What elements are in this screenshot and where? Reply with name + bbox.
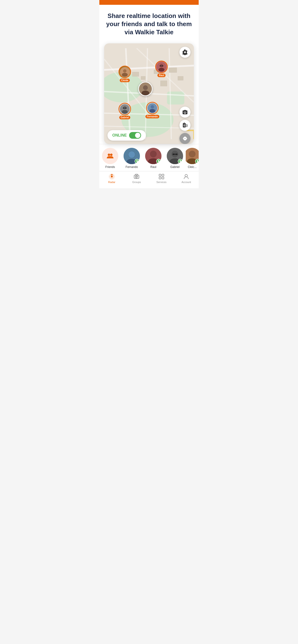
account-icon	[183, 173, 190, 180]
avatar-pin-raul[interactable]: Raul	[155, 60, 168, 77]
nav-label-account: Account	[181, 181, 191, 184]
pin-label-cleide: Cleide	[120, 78, 130, 82]
svg-rect-65	[159, 177, 161, 179]
svg-point-44	[128, 151, 135, 158]
svg-rect-35	[125, 108, 127, 108]
svg-point-56	[111, 176, 113, 178]
svg-point-67	[185, 174, 187, 177]
svg-point-29	[143, 85, 148, 90]
avatar-pin-fernando[interactable]: Fernando	[145, 102, 159, 118]
svg-point-46	[150, 151, 157, 158]
online-toggle[interactable]: ONLINE	[107, 130, 146, 141]
friend-item-fernando[interactable]: Fernando	[121, 148, 142, 169]
location-icon	[135, 160, 138, 163]
toggle-thumb	[135, 133, 140, 138]
status-bar	[99, 0, 199, 5]
nav-label-radar: Radar	[108, 181, 115, 184]
friend-name-raul: Raul	[151, 165, 157, 169]
svg-point-54	[189, 151, 196, 158]
avatar-fernando	[147, 103, 157, 113]
map-card: Cleide Raul	[104, 43, 194, 144]
svg-rect-18	[178, 76, 183, 80]
account-nav-icon	[183, 173, 190, 180]
nav-label-groups: Groups	[132, 181, 141, 184]
pin-label-raul: Raul	[158, 74, 166, 77]
friend-name-fernando: Fernando	[125, 165, 138, 169]
location-badge-gabriel	[178, 159, 183, 164]
svg-rect-16	[161, 81, 167, 86]
svg-point-24	[159, 68, 164, 72]
avatar-self	[139, 82, 152, 95]
friends-label: Friends	[105, 165, 115, 169]
svg-point-30	[141, 90, 149, 95]
svg-rect-25	[160, 66, 161, 66]
friends-strip: Friends Fernando	[99, 144, 199, 171]
nav-label-services: Services	[157, 181, 167, 184]
svg-rect-14	[141, 76, 145, 80]
avatar-raul	[157, 62, 166, 72]
nav-item-services[interactable]: Services	[152, 173, 171, 184]
friend-item-gabriel[interactable]: Gabriel	[164, 148, 186, 169]
groups-nav-icon	[133, 173, 140, 180]
friend-item-raul[interactable]: Raul	[142, 148, 164, 169]
svg-rect-3	[167, 92, 184, 104]
svg-point-37	[151, 105, 154, 108]
location-icon-3	[179, 160, 182, 163]
camera-icon	[182, 109, 188, 115]
svg-rect-34	[123, 108, 124, 108]
avatar-cleide	[120, 67, 129, 77]
svg-point-39	[108, 154, 110, 156]
friend-name-gabriel: Gabriel	[170, 165, 180, 169]
svg-rect-66	[162, 177, 164, 179]
friend-item-cleide[interactable]: Cleic...	[186, 148, 199, 169]
pin-label-fernando: Fernando	[145, 115, 159, 118]
hero-title: Share realtime location with your friend…	[104, 12, 194, 36]
nav-item-account[interactable]: Account	[177, 173, 196, 184]
svg-point-40	[110, 154, 112, 156]
walkie-talkie-icon	[182, 122, 188, 128]
pin-label-gabriel: Gabriel	[119, 116, 130, 119]
map-container: Cleide Raul	[99, 41, 199, 144]
gear-icon	[182, 49, 188, 55]
location-icon-4	[196, 160, 199, 163]
hero-section: Share realtime location with your friend…	[99, 5, 199, 41]
bottom-nav: Radar Groups Services	[99, 171, 199, 188]
radar-icon	[108, 173, 115, 180]
location-icon-2	[157, 160, 160, 163]
avatar-pin-gabriel[interactable]: Gabriel	[118, 103, 131, 119]
avatar-pin-self[interactable]	[138, 82, 153, 96]
svg-point-33	[122, 110, 128, 114]
nav-item-groups[interactable]: Groups	[127, 173, 146, 184]
svg-point-38	[150, 109, 155, 113]
avatar-pin-cleide[interactable]: Cleide	[118, 66, 131, 82]
location-badge-raul	[156, 159, 161, 164]
friends-group-item[interactable]: Friends	[99, 148, 121, 169]
location-badge-fernando	[135, 159, 139, 164]
svg-rect-52	[175, 154, 178, 155]
svg-point-20	[123, 69, 126, 72]
svg-rect-17	[169, 68, 177, 72]
crosshair-icon	[182, 136, 188, 141]
services-nav-icon	[158, 173, 165, 180]
services-icon	[158, 173, 165, 180]
svg-rect-63	[159, 174, 161, 176]
nav-item-radar[interactable]: Radar	[102, 173, 121, 184]
svg-rect-51	[173, 154, 175, 155]
svg-rect-64	[162, 174, 164, 176]
friends-group-icon	[106, 152, 114, 160]
svg-rect-26	[162, 66, 163, 66]
svg-point-21	[122, 73, 128, 77]
toggle-track[interactable]	[129, 132, 141, 139]
svg-rect-13	[132, 72, 139, 76]
friend-name-cleide: Cleic...	[188, 165, 197, 169]
radar-nav-icon	[108, 173, 115, 180]
groups-icon	[133, 173, 140, 180]
online-label: ONLINE	[112, 133, 127, 138]
avatar-gabriel	[120, 104, 129, 114]
